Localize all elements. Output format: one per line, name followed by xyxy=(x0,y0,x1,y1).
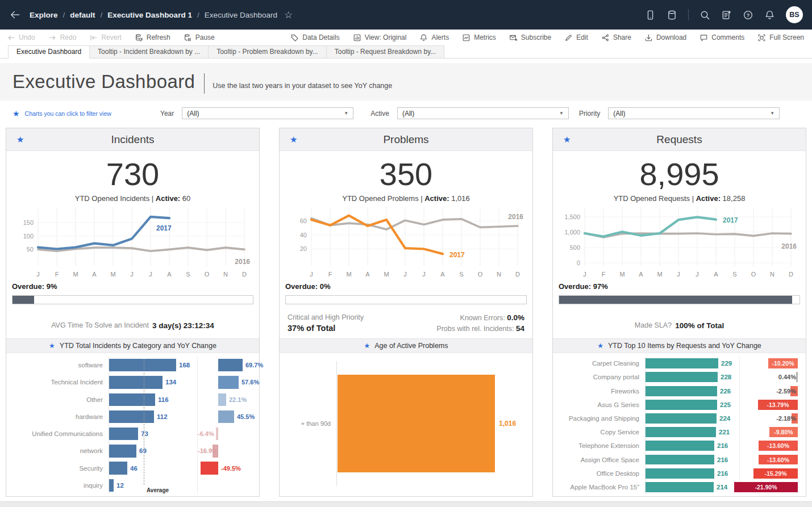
refresh-icon xyxy=(135,33,143,42)
breadcrumb-item-explore[interactable]: Explore xyxy=(30,11,58,19)
card-title: Problems xyxy=(383,133,428,146)
breadcrumb-item-default[interactable]: default xyxy=(70,11,95,19)
value-label: 229 xyxy=(721,360,732,367)
kpi-caption-text: YTD Opened Problems | xyxy=(342,194,424,203)
yoy-bar: -13.79% xyxy=(758,400,798,410)
breakdown-row-copy-service[interactable]: Copy Service221-9.80% xyxy=(560,425,799,439)
value-bar xyxy=(109,410,154,423)
subchart-header: ★YTD Total Incidents by Category and YoY… xyxy=(6,338,259,353)
card-body: 730YTD Opened Incidents | Active: 605010… xyxy=(6,151,259,496)
yoy-cell: -10.20% xyxy=(739,357,799,370)
share-button[interactable]: Share xyxy=(601,33,631,42)
breakdown-row-software[interactable]: software16869.7% xyxy=(13,357,252,374)
favorite-star-icon[interactable]: ☆ xyxy=(284,9,293,21)
yoy-change-label: 0.44% xyxy=(778,374,796,380)
trend-chart[interactable]: 05001,0001,500JFMAMJJASOND20172016 xyxy=(559,205,800,281)
breakdown-row-telephone-extension[interactable]: Telephone Extension216-13.60% xyxy=(560,439,799,452)
topbar-divider xyxy=(688,9,689,20)
search-icon[interactable] xyxy=(699,10,710,20)
full-screen-button[interactable]: Full Screen xyxy=(757,33,804,42)
filter-dropdown-year[interactable]: (All)▼ xyxy=(182,107,353,119)
content-icon[interactable] xyxy=(721,10,732,20)
value-label: 214 xyxy=(717,484,727,491)
metrics-button[interactable]: Metrics xyxy=(462,33,496,42)
breakdown-row-network[interactable]: network69-16.9% xyxy=(13,442,252,459)
age-chart[interactable]: + than 90d1,016 xyxy=(286,357,526,494)
toolbar-button-label: Refresh xyxy=(147,33,170,41)
filter-dropdown-active[interactable]: (All)▼ xyxy=(397,107,569,119)
filter-star-icon: ★ xyxy=(563,135,571,145)
breakdown-row-company-portal[interactable]: Company portal2280.44% xyxy=(560,370,799,384)
view-original-button[interactable]: View: Original xyxy=(353,33,407,42)
filter-label: Active xyxy=(370,110,389,118)
card-header: ★Requests xyxy=(553,128,806,151)
breadcrumb-item-executive-dashboard-1[interactable]: Executive Dashboard 1 xyxy=(107,11,192,19)
value-label: 226 xyxy=(720,388,731,395)
breakdown-row-apple-macbook-pro-15[interactable]: Apple MacBook Pro 15”214-21.90% xyxy=(560,480,799,494)
value-bar-area: 229 xyxy=(645,357,739,370)
breakdown-row-other[interactable]: Other11622.1% xyxy=(13,391,252,408)
toolbar-button-label: Revert xyxy=(101,33,121,41)
toolbar-button-label: Metrics xyxy=(474,33,496,41)
user-avatar[interactable]: BS xyxy=(786,6,803,23)
edit-button[interactable]: Edit xyxy=(564,33,588,42)
breakdown-row-assign-office-space[interactable]: Assign Office Space216-13.60% xyxy=(560,452,799,466)
value-bar-area: 216 xyxy=(645,452,739,466)
breakdown-row-inquiry[interactable]: inquiry12 xyxy=(13,477,252,494)
tag-icon xyxy=(290,33,299,42)
breakdown-row-carpet-cleaning[interactable]: Carpet Cleaning229-10.20% xyxy=(560,357,799,370)
stat-right: Known Errors: 0.0%Probs with rel. Incide… xyxy=(436,313,524,335)
kpi-number: 8,995 xyxy=(559,158,800,190)
bottom-scrollbar-track[interactable] xyxy=(0,501,812,507)
svg-text:S: S xyxy=(459,271,463,278)
value-bar-area: 224 xyxy=(645,412,739,425)
back-arrow-icon[interactable] xyxy=(9,9,22,21)
toolbar-button-label: View: Original xyxy=(365,33,407,41)
filter-value: (All) xyxy=(187,110,199,118)
refresh-button[interactable]: Refresh xyxy=(135,33,170,42)
value-bar xyxy=(109,359,176,371)
alerts-button[interactable]: Alerts xyxy=(419,33,449,42)
trend-line-chart[interactable]: 204060JFMAMJJASOND20172016 xyxy=(285,205,527,281)
notifications-icon[interactable] xyxy=(764,10,775,20)
comments-button[interactable]: Comments xyxy=(699,33,744,42)
trend-line-chart[interactable]: 50100150JFMAMJJASOND20172016 xyxy=(12,205,253,281)
trend-chart[interactable]: 204060JFMAMJJASOND20172016 xyxy=(285,205,527,281)
breakdown-row-asus-g-series[interactable]: Asus G Series225-13.79% xyxy=(560,398,799,412)
tab-executive-dashboard[interactable]: Executive Dashboard xyxy=(8,45,90,58)
subscribe-button[interactable]: Subscribe xyxy=(509,33,551,42)
breakdown-row-security[interactable]: Security46-49.5% xyxy=(13,460,252,477)
age-value-label: 1,016 xyxy=(499,420,516,428)
yoy-bar xyxy=(218,393,226,406)
breakdown-row-unified-communications[interactable]: Unified Communications73-6.4% xyxy=(13,425,252,442)
trend-line-chart[interactable]: 05001,0001,500JFMAMJJASOND20172016 xyxy=(559,205,800,281)
breakdown-row-technical-incident[interactable]: Technical Incident13457.6% xyxy=(13,374,252,391)
yoy-bar xyxy=(216,428,218,440)
share-icon xyxy=(601,33,610,42)
help-icon[interactable]: ? xyxy=(743,10,753,20)
svg-text:100: 100 xyxy=(23,233,34,240)
yoy-change-label: -10.20% xyxy=(772,360,794,367)
pause-button[interactable]: Pause xyxy=(184,33,215,42)
filter-star-icon: ★ xyxy=(597,342,603,350)
device-icon[interactable] xyxy=(645,10,656,20)
breakdown-row-office-desktop[interactable]: Office Desktop216-15.29% xyxy=(560,467,799,480)
breakdown-row-hardware[interactable]: hardware11245.5% xyxy=(13,408,252,425)
breakdown-row-fireworks[interactable]: Fireworks226-2.59% xyxy=(560,384,799,397)
svg-text:20: 20 xyxy=(300,246,307,253)
svg-text:N: N xyxy=(770,271,774,278)
subchart-body: software16869.7%Technical Incident13457.… xyxy=(12,353,253,496)
tab-tooltip-request-breakdown-by[interactable]: Tooltip - Request Breakdown by... xyxy=(326,45,445,58)
download-button[interactable]: Download xyxy=(644,33,686,42)
value-label: 221 xyxy=(719,429,730,435)
tab-tooltip-incident-breakdown-by[interactable]: Tooltip - Incident Breakdown by ... xyxy=(89,45,209,58)
filter-dropdown-priority[interactable]: (All)▼ xyxy=(608,107,780,119)
trend-chart[interactable]: 50100150JFMAMJJASOND20172016 xyxy=(12,205,253,281)
tab-tooltip-problem-breakdown-by[interactable]: Tooltip - Problem Breakdown by... xyxy=(208,45,327,58)
data-details-button[interactable]: Data Details xyxy=(290,33,339,42)
breakdown-row-packaging-and-shipping[interactable]: Packaging and Shipping224-2.18% xyxy=(560,412,799,425)
kpi-number: 730 xyxy=(12,158,253,190)
value-bar xyxy=(646,372,718,382)
database-icon[interactable] xyxy=(667,10,677,20)
toolbar-button-label: Data Details xyxy=(302,33,339,41)
